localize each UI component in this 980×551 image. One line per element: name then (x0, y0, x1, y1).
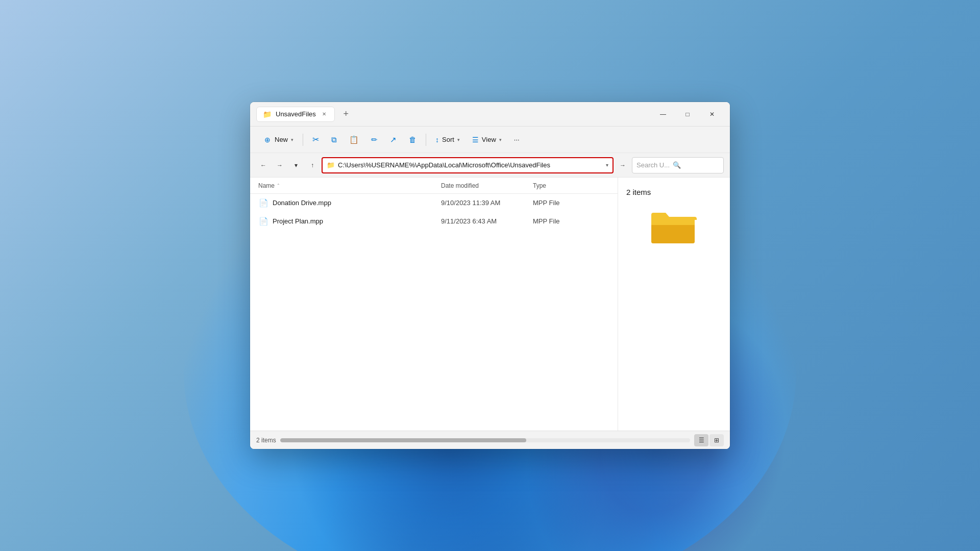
nav-dropdown-icon: ▾ (295, 162, 298, 169)
address-go-button[interactable]: → (616, 158, 630, 172)
cut-button[interactable]: ✂ (307, 132, 324, 147)
sort-dropdown-icon: ▾ (457, 137, 460, 142)
scrollbar[interactable] (280, 438, 690, 442)
list-item[interactable]: 📄 Donation Drive.mpp 9/10/2023 11:39 AM … (250, 194, 618, 212)
address-dropdown-icon[interactable]: ▾ (606, 162, 608, 168)
rename-icon: ✏ (371, 135, 378, 144)
sort-arrow-icon: ⌃ (277, 183, 280, 188)
paste-button[interactable]: 📋 (344, 132, 364, 147)
toolbar-separator-1 (303, 134, 303, 146)
file-name-1: Donation Drive.mpp (273, 199, 441, 207)
explorer-window: 📁 UnsavedFiles ✕ + — □ ✕ ⊕ (250, 102, 730, 449)
status-text: 2 items (256, 437, 276, 444)
file-list: Name ⌃ Date modified Type 📄 Donation Dri… (250, 178, 618, 431)
grid-view-icon: ⊞ (714, 437, 719, 444)
cut-icon: ✂ (312, 135, 319, 144)
date-column-header[interactable]: Date modified (441, 182, 533, 189)
type-header-label: Type (533, 182, 546, 189)
file-name-2: Project Plan.mpp (273, 217, 441, 225)
nav-bar: ← → ▾ ↑ 📁 C:\Users\%USERNAME%\AppData\Lo… (250, 153, 730, 178)
file-list-header: Name ⌃ Date modified Type (250, 178, 618, 194)
view-buttons: ☰ ⊞ (694, 434, 724, 446)
forward-icon: → (277, 162, 283, 169)
up-icon: ↑ (311, 162, 314, 169)
back-button[interactable]: ← (256, 158, 271, 172)
date-header-label: Date modified (441, 182, 479, 189)
title-bar-left: 📁 UnsavedFiles ✕ + (256, 107, 651, 122)
file-icon-2: 📄 (258, 216, 268, 227)
file-type-2: MPP File (533, 217, 609, 225)
more-icon: ··· (514, 136, 520, 143)
file-type-1: MPP File (533, 199, 609, 207)
tab-label: UnsavedFiles (276, 110, 316, 118)
new-label: New (275, 136, 288, 143)
preview-count: 2 items (626, 188, 651, 196)
tab-folder-icon: 📁 (263, 110, 272, 118)
toolbar-separator-2 (426, 134, 426, 146)
copy-button[interactable]: ⧉ (326, 132, 342, 147)
maximize-button[interactable]: □ (676, 106, 699, 122)
view-dropdown-icon: ▾ (499, 137, 502, 142)
new-icon: ⊕ (263, 136, 272, 144)
new-dropdown-icon: ▾ (291, 137, 293, 142)
sort-icon: ↕ (435, 136, 439, 144)
file-date-2: 9/11/2023 6:43 AM (441, 217, 533, 225)
tab-close-icon: ✕ (322, 111, 326, 117)
up-button[interactable]: ↑ (305, 158, 320, 172)
view-label: View (482, 136, 496, 143)
new-tab-icon: + (344, 109, 349, 119)
preview-panel: 2 items (618, 178, 730, 431)
minimize-icon: — (660, 111, 666, 118)
copy-icon: ⧉ (331, 135, 337, 144)
scrollbar-thumb (280, 438, 526, 442)
maximize-icon: □ (685, 111, 689, 118)
address-bar[interactable]: 📁 C:\Users\%USERNAME%\AppData\Local\Micr… (322, 157, 614, 173)
bottom-bar: 2 items ☰ ⊞ (250, 431, 730, 449)
share-button[interactable]: ↗ (385, 132, 402, 147)
rename-button[interactable]: ✏ (366, 132, 383, 147)
list-item[interactable]: 📄 Project Plan.mpp 9/11/2023 6:43 AM MPP… (250, 212, 618, 231)
svg-rect-1 (651, 224, 695, 243)
toolbar: ⊕ New ▾ ✂ ⧉ 📋 ✏ ↗ 🗑 ↕ Sort ▾ ☰ (250, 127, 730, 153)
go-icon: → (620, 162, 626, 169)
name-header-label: Name (258, 182, 275, 189)
nav-dropdown-button[interactable]: ▾ (289, 158, 303, 172)
address-text: C:\Users\%USERNAME%\AppData\Local\Micros… (338, 161, 603, 169)
search-icon: 🔍 (673, 161, 681, 169)
tab-close-button[interactable]: ✕ (320, 110, 328, 118)
grid-view-button[interactable]: ⊞ (709, 434, 724, 446)
search-bar[interactable]: Search U... 🔍 (632, 157, 724, 173)
view-button[interactable]: ☰ View ▾ (467, 133, 507, 147)
delete-button[interactable]: 🗑 (404, 132, 422, 147)
minimize-button[interactable]: — (651, 106, 675, 122)
window-controls: — □ ✕ (651, 106, 724, 122)
content-area: Name ⌃ Date modified Type 📄 Donation Dri… (250, 178, 730, 431)
search-placeholder-text: Search U... (636, 161, 670, 169)
name-column-header[interactable]: Name ⌃ (258, 182, 441, 189)
window-tab[interactable]: 📁 UnsavedFiles ✕ (256, 107, 335, 122)
file-date-1: 9/10/2023 11:39 AM (441, 199, 533, 207)
sort-button[interactable]: ↕ Sort ▾ (430, 133, 465, 147)
back-icon: ← (260, 162, 266, 169)
list-view-icon: ☰ (699, 437, 704, 444)
list-view-button[interactable]: ☰ (694, 434, 708, 446)
share-icon: ↗ (390, 135, 397, 144)
forward-button[interactable]: → (273, 158, 287, 172)
close-icon: ✕ (709, 111, 715, 118)
address-folder-icon: 📁 (327, 161, 335, 169)
file-icon-1: 📄 (258, 198, 268, 208)
new-tab-button[interactable]: + (339, 107, 353, 121)
type-column-header[interactable]: Type (533, 182, 609, 189)
sort-label: Sort (442, 136, 454, 143)
paste-icon: 📋 (349, 135, 359, 144)
new-button[interactable]: ⊕ New ▾ (258, 133, 299, 147)
more-button[interactable]: ··· (509, 133, 525, 146)
title-bar: 📁 UnsavedFiles ✕ + — □ ✕ (250, 102, 730, 127)
svg-rect-2 (651, 220, 695, 225)
delete-icon: 🗑 (409, 135, 416, 144)
close-button[interactable]: ✕ (700, 106, 724, 122)
preview-folder-image (651, 209, 697, 244)
view-icon: ☰ (472, 136, 479, 144)
